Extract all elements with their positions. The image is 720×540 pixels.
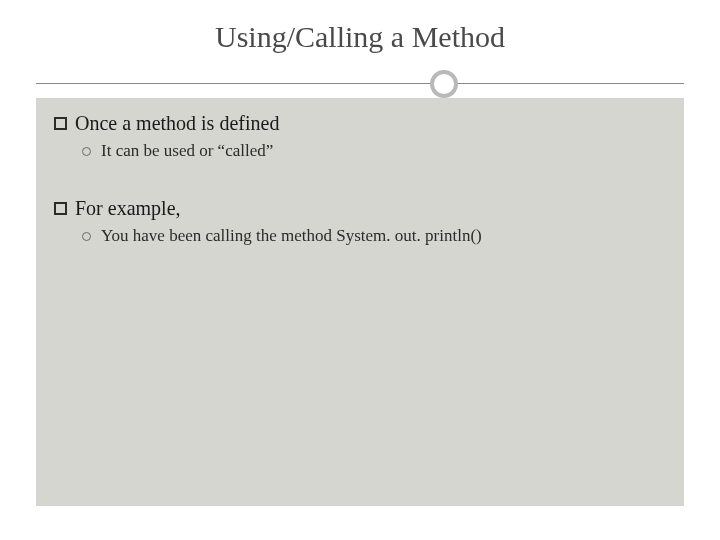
square-bullet-icon xyxy=(54,202,67,215)
circle-icon xyxy=(430,70,458,98)
divider-line xyxy=(36,83,684,84)
slide-title: Using/Calling a Method xyxy=(0,0,720,54)
content-panel: Once a method is defined It can be used … xyxy=(36,98,684,506)
list-item-text: Once a method is defined xyxy=(75,112,279,135)
list-item-text: You have been calling the method System.… xyxy=(101,226,482,246)
list-item-text: It can be used or “called” xyxy=(101,141,273,161)
slide-header: Using/Calling a Method xyxy=(0,0,720,78)
slide: Using/Calling a Method Once a method is … xyxy=(0,0,720,540)
list-item: You have been calling the method System.… xyxy=(82,226,666,246)
list-item: It can be used or “called” xyxy=(82,141,666,161)
list-item-text: For example, xyxy=(75,197,181,220)
list-item: For example, xyxy=(54,197,666,220)
spacer xyxy=(54,183,666,197)
square-bullet-icon xyxy=(54,117,67,130)
circle-bullet-icon xyxy=(82,232,91,241)
title-divider xyxy=(0,70,720,98)
list-item: Once a method is defined xyxy=(54,112,666,135)
circle-bullet-icon xyxy=(82,147,91,156)
